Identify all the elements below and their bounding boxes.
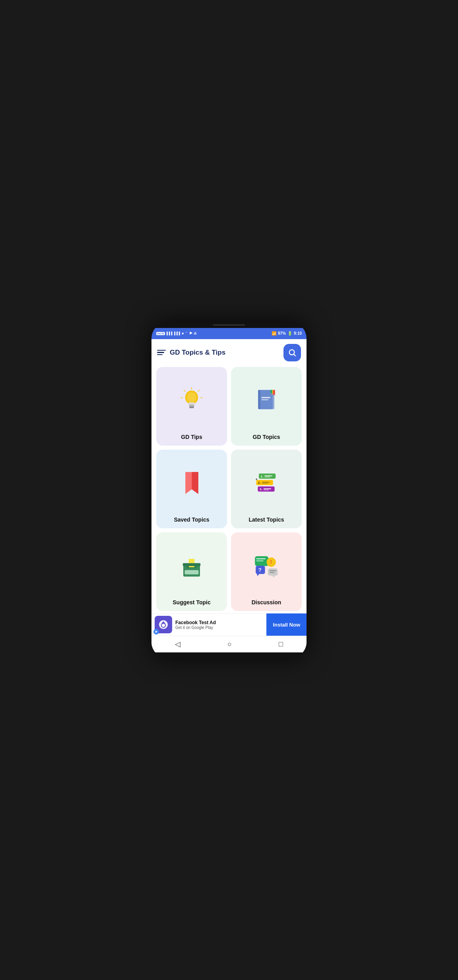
discussion-icon-area: ! ? xyxy=(234,537,299,596)
install-now-button[interactable]: Install Now xyxy=(266,613,307,636)
card-latest-topics[interactable]: 1. 2. 3. xyxy=(231,450,302,528)
gd-topics-label: GD Topics xyxy=(253,434,280,440)
bookmark-icon xyxy=(181,471,203,497)
card-discussion[interactable]: ! ? Discussion xyxy=(231,532,302,611)
search-icon xyxy=(288,348,297,357)
signal-icons: ▌▌▌ ▌▌▌ ■ ☔ ⯈ ⚠ xyxy=(167,332,197,335)
gd-tips-label: GD Tips xyxy=(181,434,202,440)
svg-rect-11 xyxy=(189,406,194,407)
gd-tips-icon-area xyxy=(159,372,224,431)
svg-text:2.: 2. xyxy=(258,481,261,485)
svg-rect-25 xyxy=(264,475,272,476)
app-content: GD Topics & Tips xyxy=(151,339,307,652)
gd-topics-icon-area xyxy=(234,372,299,431)
home-nav-icon[interactable]: ○ xyxy=(227,640,232,648)
svg-marker-53 xyxy=(256,574,259,576)
ad-app-icon xyxy=(158,619,169,630)
battery-text: 97% xyxy=(278,331,286,336)
ad-title: Facebook Test Ad xyxy=(175,620,263,625)
status-bar: VoLTE ▌▌▌ ▌▌▌ ■ ☔ ⯈ ⚠ 📶 97% 🔋 9:10 xyxy=(151,328,307,339)
svg-rect-40 xyxy=(183,563,200,566)
svg-marker-56 xyxy=(155,631,157,633)
svg-marker-31 xyxy=(256,478,257,480)
svg-line-4 xyxy=(198,390,199,391)
ad-banner[interactable]: Facebook Test Ad Get it on Google Play I… xyxy=(151,613,307,636)
status-right: 📶 97% 🔋 9:10 xyxy=(272,331,302,336)
svg-text:3.: 3. xyxy=(259,487,262,491)
latest-topics-label: Latest Topics xyxy=(248,516,284,523)
phone-top-bar xyxy=(151,322,307,328)
discussion-icon: ! ? xyxy=(254,555,279,578)
saved-topics-label: Saved Topics xyxy=(174,516,209,523)
svg-rect-17 xyxy=(261,399,268,400)
svg-rect-12 xyxy=(189,407,194,408)
saved-topics-icon-area xyxy=(159,454,224,513)
ad-text: Facebook Test Ad Get it on Google Play xyxy=(172,620,266,630)
suggest-topic-label: Suggest Topic xyxy=(173,599,210,605)
svg-line-3 xyxy=(184,390,185,391)
svg-marker-50 xyxy=(272,575,275,577)
status-left: VoLTE ▌▌▌ ▌▌▌ ■ ☔ ⯈ ⚠ xyxy=(156,332,197,335)
play-store-badge xyxy=(153,629,159,635)
ad-subtitle: Get it on Google Play xyxy=(175,625,263,630)
time-display: 9:10 xyxy=(294,331,302,336)
svg-point-55 xyxy=(162,624,165,627)
svg-text:?: ? xyxy=(258,567,261,573)
svg-rect-29 xyxy=(262,481,270,483)
battery-icon: 🔋 xyxy=(287,331,292,336)
svg-text:1.: 1. xyxy=(260,474,263,478)
discussion-label: Discussion xyxy=(252,599,281,605)
svg-marker-22 xyxy=(192,472,198,494)
svg-rect-26 xyxy=(264,476,270,477)
phone-bottom-bar xyxy=(151,652,307,658)
recent-apps-nav-icon[interactable]: □ xyxy=(279,640,283,648)
svg-rect-43 xyxy=(256,560,263,561)
suggest-topic-icon-area xyxy=(159,537,224,596)
main-grid: GD Tips xyxy=(151,365,307,613)
card-suggest-topic[interactable]: Suggest Topic xyxy=(156,532,227,611)
notch xyxy=(213,324,245,326)
app-header: GD Topics & Tips xyxy=(151,339,307,365)
back-nav-icon[interactable]: ◁ xyxy=(175,640,180,648)
svg-rect-38 xyxy=(185,570,199,574)
latest-topics-icon-area: 1. 2. 3. xyxy=(234,454,299,513)
svg-point-8 xyxy=(187,392,196,402)
book-icon xyxy=(254,388,279,414)
svg-rect-48 xyxy=(269,570,276,571)
svg-rect-10 xyxy=(189,404,194,406)
card-saved-topics[interactable]: Saved Topics xyxy=(156,450,227,528)
svg-rect-16 xyxy=(261,397,270,398)
svg-rect-42 xyxy=(256,558,265,559)
phone-frame: VoLTE ▌▌▌ ▌▌▌ ■ ☔ ⯈ ⚠ 📶 97% 🔋 9:10 GD To… xyxy=(151,322,307,658)
numbered-list-icon: 1. 2. 3. xyxy=(254,472,279,496)
search-button[interactable] xyxy=(283,344,301,361)
svg-rect-15 xyxy=(258,390,260,409)
nav-bar: ◁ ○ □ xyxy=(151,636,307,652)
header-left: GD Topics & Tips xyxy=(157,349,225,357)
bluetooth-icon: 📶 xyxy=(272,331,276,336)
hamburger-menu-icon[interactable] xyxy=(157,350,166,355)
card-gd-topics[interactable]: GD Topics xyxy=(231,367,302,446)
volte-badge: VoLTE xyxy=(156,332,165,335)
svg-rect-30 xyxy=(262,483,267,484)
svg-line-1 xyxy=(294,354,295,356)
svg-text:!: ! xyxy=(270,559,272,565)
app-title: GD Topics & Tips xyxy=(170,349,225,357)
svg-rect-49 xyxy=(269,572,274,573)
lightbulb-icon xyxy=(178,387,206,415)
svg-rect-34 xyxy=(263,488,271,489)
ad-icon xyxy=(155,616,172,633)
svg-rect-35 xyxy=(263,489,269,490)
svg-rect-9 xyxy=(188,402,195,404)
card-gd-tips[interactable]: GD Tips xyxy=(156,367,227,446)
suggestion-box-icon xyxy=(180,555,204,578)
